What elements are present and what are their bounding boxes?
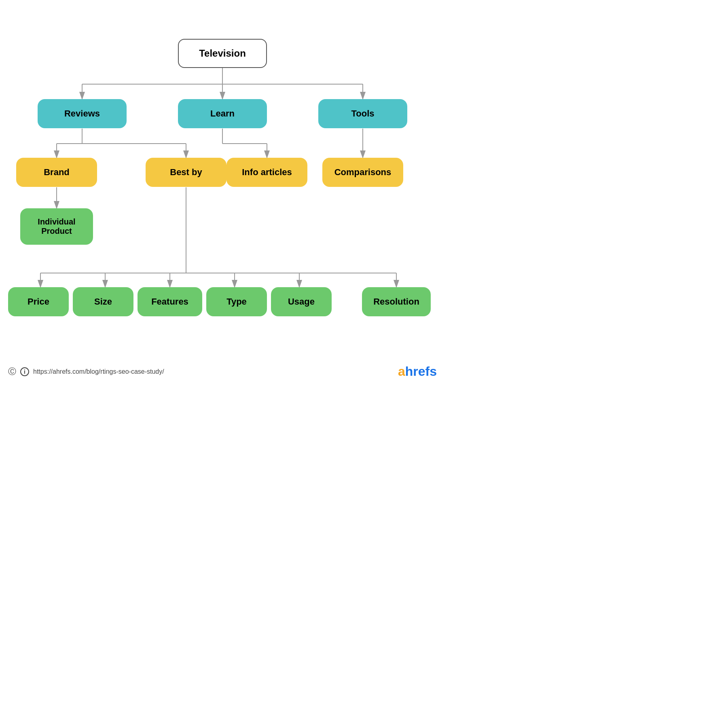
features-label: Features (151, 296, 188, 307)
reviews-node-container: Reviews (38, 99, 127, 128)
bestby-node: Best by (146, 158, 226, 187)
price-label: Price (28, 296, 49, 307)
usage-node: Usage (271, 287, 332, 316)
size-node: Size (73, 287, 133, 316)
info-icon: i (20, 367, 29, 376)
reviews-label: Reviews (64, 108, 100, 119)
bestby-label: Best by (170, 167, 202, 178)
usage-label: Usage (288, 296, 315, 307)
brand-node: Brand (16, 158, 97, 187)
diagram: Television Reviews Learn Tools Brand Bes… (8, 24, 437, 340)
infoarticles-label: Info articles (242, 167, 292, 178)
tools-node-container: Tools (318, 99, 407, 128)
features-node-container: Features (138, 287, 202, 316)
individual-product-container: Individual Product (20, 208, 93, 245)
brand-label: Brand (44, 167, 70, 178)
learn-label: Learn (210, 108, 235, 119)
ahrefs-logo-rest: hrefs (405, 364, 437, 379)
size-node-container: Size (73, 287, 133, 316)
type-node: Type (206, 287, 267, 316)
type-label: Type (226, 296, 247, 307)
learn-node-container: Learn (178, 99, 267, 128)
usage-node-container: Usage (271, 287, 332, 316)
ahrefs-logo: ahrefs (398, 364, 437, 379)
comparisons-node-container: Comparisons (322, 158, 403, 187)
root-node-container: Television (178, 39, 267, 68)
cc-icon: Ⓒ (8, 366, 16, 377)
reviews-node: Reviews (38, 99, 127, 128)
brand-node-container: Brand (16, 158, 97, 187)
ahrefs-logo-a: a (398, 364, 405, 379)
root-label: Television (199, 48, 246, 59)
root-node: Television (178, 39, 267, 68)
individual-product-node: Individual Product (20, 208, 93, 245)
resolution-node-container: Resolution (362, 287, 431, 316)
comparisons-node: Comparisons (322, 158, 403, 187)
infoarticles-node-container: Info articles (226, 158, 307, 187)
footer-left: Ⓒ i https://ahrefs.com/blog/rtings-seo-c… (8, 366, 164, 377)
tools-label: Tools (351, 108, 374, 119)
features-node: Features (138, 287, 202, 316)
learn-node: Learn (178, 99, 267, 128)
bestby-node-container: Best by (146, 158, 226, 187)
footer: Ⓒ i https://ahrefs.com/blog/rtings-seo-c… (8, 364, 437, 379)
infoarticles-node: Info articles (226, 158, 307, 187)
individual-product-label: Individual Product (38, 217, 75, 236)
type-node-container: Type (206, 287, 267, 316)
size-label: Size (94, 296, 112, 307)
resolution-node: Resolution (362, 287, 431, 316)
price-node-container: Price (8, 287, 69, 316)
comparisons-label: Comparisons (334, 167, 392, 178)
resolution-label: Resolution (373, 296, 419, 307)
footer-url: https://ahrefs.com/blog/rtings-seo-case-… (33, 368, 164, 375)
price-node: Price (8, 287, 69, 316)
tools-node: Tools (318, 99, 407, 128)
